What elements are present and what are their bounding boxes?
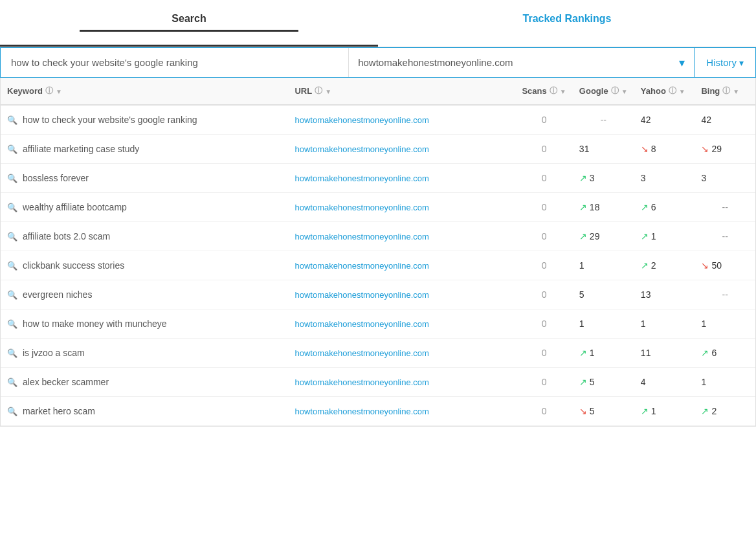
url-sort-icon[interactable]: ▼ <box>325 88 331 95</box>
yahoo-cell: ↘8 <box>634 135 695 164</box>
keyword-sort-icon[interactable]: ▼ <box>56 88 62 95</box>
url-info-icon: ⓘ <box>315 85 322 96</box>
keyword-cell: 🔍 affiliate bots 2.0 scam <box>1 222 288 251</box>
trend-up-icon: ↗ <box>579 202 587 212</box>
google-sort-icon[interactable]: ▼ <box>621 88 628 95</box>
bing-cell: 1 <box>695 368 755 397</box>
scans-cell: 0 <box>515 397 572 426</box>
search-row-icon: 🔍 <box>7 174 17 183</box>
trend-up-icon: ↗ <box>579 231 587 241</box>
keyword-text[interactable]: wealthy affiliate bootcamp <box>23 202 127 212</box>
yahoo-cell: 4 <box>634 368 695 397</box>
trend-down-icon: ↘ <box>579 406 587 416</box>
google-cell: ↗29 <box>573 222 634 251</box>
keyword-text[interactable]: affiliate bots 2.0 scam <box>23 231 110 241</box>
google-cell: ↘5 <box>573 397 634 426</box>
bing-cell: 1 <box>695 309 755 339</box>
search-row-icon: 🔍 <box>7 377 17 387</box>
trend-up-icon: ↗ <box>641 260 649 271</box>
url-cell[interactable]: howtomakehonestmoneyonline.com <box>288 397 515 426</box>
scans-cell: 0 <box>515 368 572 397</box>
domain-chevron-icon: ▾ <box>679 56 685 70</box>
bing-cell: ↘29 <box>695 135 755 164</box>
keyword-text[interactable]: affiliate marketing case study <box>23 144 139 154</box>
col-header-url: URL ⓘ ▼ <box>288 78 515 105</box>
keyword-text[interactable]: bossless forever <box>23 173 89 183</box>
bing-cell: ↗2 <box>695 397 755 426</box>
yahoo-cell: ↗1 <box>634 222 695 251</box>
yahoo-cell: 11 <box>634 339 695 368</box>
url-cell[interactable]: howtomakehonestmoneyonline.com <box>288 251 515 280</box>
yahoo-cell: 42 <box>634 105 695 135</box>
table-row: 🔍 alex becker scammer howtomakehonestmon… <box>1 368 755 397</box>
scans-cell: 0 <box>515 251 572 280</box>
google-cell: 5 <box>573 280 634 309</box>
keyword-text[interactable]: market hero scam <box>23 406 95 416</box>
table-row: 🔍 wealthy affiliate bootcamp howtomakeho… <box>1 193 755 222</box>
keyword-text[interactable]: how to check your website's google ranki… <box>23 115 197 125</box>
keyword-text[interactable]: evergreen niches <box>23 289 92 300</box>
bing-cell: ↗6 <box>695 339 755 368</box>
search-row-icon: 🔍 <box>7 348 17 358</box>
history-button[interactable]: History ▾ <box>695 48 755 77</box>
search-row-icon: 🔍 <box>7 232 17 241</box>
table-row: 🔍 evergreen niches howtomakehonestmoneyo… <box>1 280 755 309</box>
google-cell: ↗18 <box>573 193 634 222</box>
col-header-bing: Bing ⓘ ▼ <box>695 78 755 105</box>
url-cell[interactable]: howtomakehonestmoneyonline.com <box>288 105 515 135</box>
yahoo-sort-icon[interactable]: ▼ <box>679 88 685 95</box>
keyword-cell: 🔍 market hero scam <box>1 397 288 426</box>
search-row-icon: 🔍 <box>7 203 17 212</box>
url-cell[interactable]: howtomakehonestmoneyonline.com <box>288 339 515 368</box>
url-cell[interactable]: howtomakehonestmoneyonline.com <box>288 193 515 222</box>
url-cell[interactable]: howtomakehonestmoneyonline.com <box>288 309 515 339</box>
search-row-icon: 🔍 <box>7 290 17 300</box>
keyword-text[interactable]: clickbank success stories <box>23 260 124 271</box>
keyword-cell: 🔍 is jvzoo a scam <box>1 339 288 368</box>
col-header-google: Google ⓘ ▼ <box>573 78 634 105</box>
google-cell: -- <box>573 105 634 135</box>
search-row-icon: 🔍 <box>7 407 17 416</box>
url-cell[interactable]: howtomakehonestmoneyonline.com <box>288 164 515 193</box>
keyword-text[interactable]: is jvzoo a scam <box>23 348 85 358</box>
domain-value: howtomakehonestmoneyonline.com <box>358 57 513 68</box>
search-bar: howtomakehonestmoneyonline.com ▾ History… <box>0 47 756 78</box>
keyword-cell: 🔍 alex becker scammer <box>1 368 288 397</box>
url-cell[interactable]: howtomakehonestmoneyonline.com <box>288 368 515 397</box>
table-row: 🔍 how to make money with muncheye howtom… <box>1 309 755 339</box>
google-cell: 1 <box>573 251 634 280</box>
table-row: 🔍 bossless forever howtomakehonestmoneyo… <box>1 164 755 193</box>
keyword-text[interactable]: alex becker scammer <box>23 377 109 387</box>
scans-sort-icon[interactable]: ▼ <box>560 88 566 95</box>
scans-cell: 0 <box>515 222 572 251</box>
bing-cell: -- <box>695 193 755 222</box>
yahoo-cell: ↗2 <box>634 251 695 280</box>
search-tab-label: Search <box>172 13 206 24</box>
keyword-text[interactable]: how to make money with muncheye <box>23 319 167 329</box>
bing-sort-icon[interactable]: ▼ <box>733 88 739 95</box>
col-header-scans: Scans ⓘ ▼ <box>515 78 572 105</box>
col-header-keyword: Keyword ⓘ ▼ <box>1 78 288 105</box>
google-cell: ↗5 <box>573 368 634 397</box>
trend-up-icon: ↗ <box>701 348 709 358</box>
trend-up-icon: ↗ <box>701 406 709 416</box>
search-row-icon: 🔍 <box>7 261 17 271</box>
tab-tracked-rankings[interactable]: Tracked Rankings <box>378 0 756 47</box>
yahoo-cell: ↗6 <box>634 193 695 222</box>
trend-down-icon: ↘ <box>701 260 709 271</box>
bing-cell: -- <box>695 222 755 251</box>
scans-info-icon: ⓘ <box>550 85 557 96</box>
domain-selector[interactable]: howtomakehonestmoneyonline.com ▾ <box>349 48 695 77</box>
tab-search[interactable]: Search <box>0 0 378 47</box>
bing-cell: 3 <box>695 164 755 193</box>
table-row: 🔍 affiliate bots 2.0 scam howtomakehones… <box>1 222 755 251</box>
url-cell[interactable]: howtomakehonestmoneyonline.com <box>288 280 515 309</box>
url-cell[interactable]: howtomakehonestmoneyonline.com <box>288 135 515 164</box>
trend-up-icon: ↗ <box>641 202 649 212</box>
table-row: 🔍 affiliate marketing case study howtoma… <box>1 135 755 164</box>
search-row-icon: 🔍 <box>7 115 17 125</box>
keyword-cell: 🔍 clickbank success stories <box>1 251 288 280</box>
url-cell[interactable]: howtomakehonestmoneyonline.com <box>288 222 515 251</box>
bing-cell: -- <box>695 280 755 309</box>
search-input[interactable] <box>1 48 349 77</box>
